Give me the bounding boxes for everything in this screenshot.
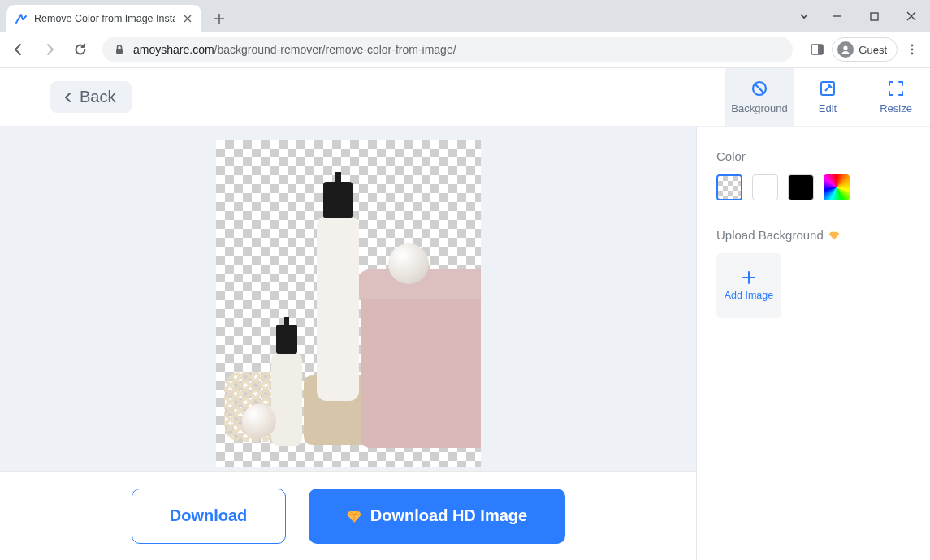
maximize-button[interactable] <box>855 2 893 30</box>
chevron-left-icon <box>62 91 75 104</box>
close-icon[interactable] <box>182 13 193 24</box>
color-section-label: Color <box>716 149 911 163</box>
window-controls <box>790 0 930 32</box>
product-box <box>361 278 481 448</box>
plus-icon <box>742 270 756 285</box>
tab-background[interactable]: Background <box>725 68 794 126</box>
tool-tabs: Background Edit Resize <box>725 68 930 126</box>
canvas-panel: Download Download HD Image <box>0 127 697 560</box>
address-bar: amoyshare.com/background-remover/remove-… <box>0 32 930 67</box>
svg-point-5 <box>911 45 914 47</box>
avatar-icon <box>837 41 854 58</box>
kebab-menu-icon[interactable] <box>899 37 925 62</box>
svg-point-6 <box>911 49 914 51</box>
svg-rect-0 <box>871 13 878 20</box>
diamond-icon <box>346 508 362 524</box>
add-image-label: Add Image <box>725 290 773 301</box>
side-panel-icon[interactable] <box>804 37 830 62</box>
main-area: Download Download HD Image Color Upload … <box>0 127 930 560</box>
swatch-transparent[interactable] <box>716 174 742 200</box>
back-label: Back <box>80 88 115 106</box>
diamond-icon <box>828 230 840 241</box>
profile-chip[interactable]: Guest <box>832 37 898 62</box>
download-hd-button[interactable]: Download HD Image <box>309 489 565 544</box>
lock-icon <box>114 44 125 55</box>
forward-nav-button[interactable] <box>36 36 63 63</box>
canvas-wrap <box>0 127 696 471</box>
product-sphere <box>388 243 429 284</box>
tab-label: Edit <box>819 102 837 114</box>
tab-title: Remove Color from Image Instan <box>34 13 175 24</box>
tab-label: Background <box>731 102 787 114</box>
swatch-row <box>716 174 911 200</box>
edit-icon <box>819 80 837 97</box>
favicon <box>15 12 28 25</box>
product-bottle-small-cap <box>276 325 297 354</box>
back-button[interactable]: Back <box>50 81 132 113</box>
add-image-button[interactable]: Add Image <box>716 253 781 318</box>
swatch-color-picker[interactable] <box>824 174 850 200</box>
reload-button[interactable] <box>67 36 94 63</box>
svg-point-7 <box>911 53 914 55</box>
resize-icon <box>887 80 905 97</box>
tab-edit[interactable]: Edit <box>794 68 862 126</box>
product-bottle-small <box>271 352 302 446</box>
product-bottle-large <box>317 216 359 401</box>
browser-tab[interactable]: Remove Color from Image Instan <box>6 5 201 32</box>
close-window-button[interactable] <box>893 2 930 30</box>
download-label: Download <box>170 506 248 525</box>
tab-label: Resize <box>880 102 912 114</box>
chevron-down-icon[interactable] <box>790 2 818 30</box>
new-tab-button[interactable] <box>208 7 231 30</box>
side-panel: Color Upload Background Add Image <box>697 127 930 560</box>
download-hd-label: Download HD Image <box>370 506 527 525</box>
action-buttons: Download Download HD Image <box>0 471 696 560</box>
minimize-button[interactable] <box>818 2 855 30</box>
image-canvas[interactable] <box>216 140 481 467</box>
background-icon <box>750 80 768 97</box>
svg-point-4 <box>844 46 848 50</box>
download-button[interactable]: Download <box>132 489 286 544</box>
svg-rect-1 <box>116 49 123 54</box>
product-bottle-large-cap <box>323 182 353 218</box>
product-bottle-small-nozzle <box>284 317 289 326</box>
browser-chrome: Remove Color from Image Instan <box>0 0 930 68</box>
svg-rect-3 <box>818 45 823 54</box>
omnibox[interactable]: amoyshare.com/background-remover/remove-… <box>102 37 793 62</box>
tab-strip: Remove Color from Image Instan <box>0 0 930 32</box>
swatch-white[interactable] <box>752 174 778 200</box>
upload-section-label: Upload Background <box>716 228 911 242</box>
app-header: Back Background Edit Resize <box>0 68 930 127</box>
swatch-black[interactable] <box>788 174 814 200</box>
tab-resize[interactable]: Resize <box>862 68 930 126</box>
profile-label: Guest <box>859 44 887 56</box>
product-sphere-small <box>242 404 276 438</box>
url-text: amoyshare.com/background-remover/remove-… <box>133 43 456 56</box>
product-bottle-large-nozzle <box>335 172 341 183</box>
upload-section-text: Upload Background <box>716 228 824 242</box>
back-nav-button[interactable] <box>5 36 32 63</box>
